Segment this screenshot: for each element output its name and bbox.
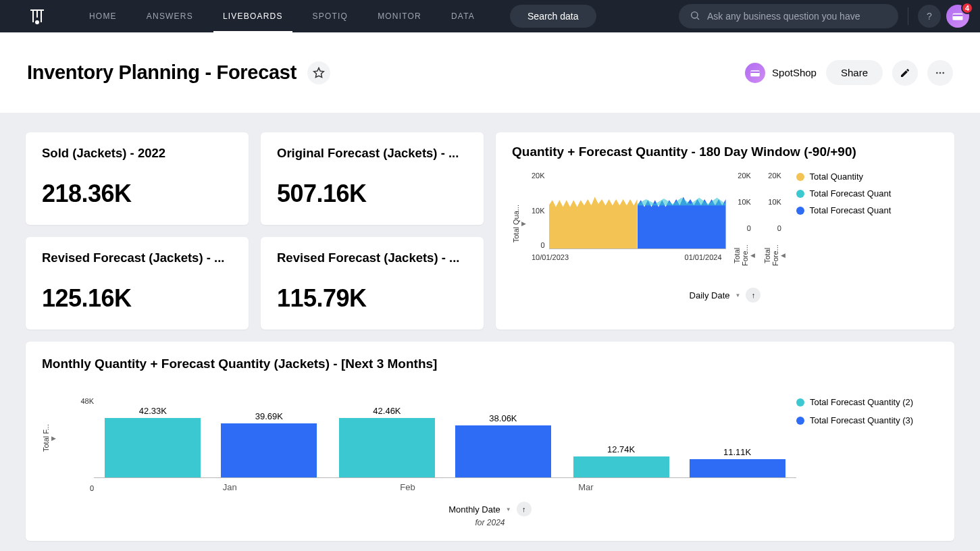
y-axis-label: Total F...	[42, 415, 50, 462]
nav-data[interactable]: DATA	[436, 0, 490, 32]
x-tick: Mar	[578, 482, 593, 492]
bar-group: 42.46K38.06K	[328, 418, 563, 477]
collapse-left-icon[interactable]: ▶	[50, 435, 57, 442]
ask-ai-field[interactable]	[707, 11, 887, 22]
share-button[interactable]: Share	[826, 60, 883, 85]
y-ticks: 48K 0	[57, 384, 94, 492]
chart-card-monthly[interactable]: Monthly Quantity + Forecast Quantity (Ja…	[26, 342, 954, 541]
sort-asc-button[interactable]: ↑	[517, 502, 532, 517]
nav-liveboards[interactable]: LIVEBOARDS	[208, 0, 298, 32]
bar-chart: 42.33K39.69K42.46K38.06K12.74K11.11K	[94, 397, 796, 478]
svg-rect-3	[750, 70, 760, 76]
svg-point-6	[942, 72, 944, 74]
collapse-icon[interactable]: ◀	[749, 252, 756, 259]
owner-avatar-icon	[745, 63, 765, 83]
kpi-value: 218.36K	[42, 180, 232, 208]
bar: 11.11K	[690, 459, 785, 477]
nav-monitor[interactable]: MONITOR	[363, 0, 436, 32]
pencil-icon	[900, 68, 910, 78]
legend-item[interactable]: Total Forecast Quantity (2)	[796, 397, 938, 407]
legend-item[interactable]: Total Forecast Quant	[796, 205, 892, 215]
divider	[908, 7, 908, 25]
svg-point-4	[936, 72, 938, 74]
app-logo[interactable]	[27, 6, 47, 26]
kpi-card[interactable]: Revised Forecast (Jackets) - ... 115.79K	[261, 237, 484, 330]
y-axis-label: Total Qua...	[512, 202, 520, 245]
kpi-title: Sold (Jackets) - 2022	[42, 146, 232, 161]
chart-title: Monthly Quantity + Forecast Quantity (Ja…	[42, 357, 938, 371]
more-icon	[935, 68, 946, 78]
x-axis-label: Monthly Date	[448, 504, 500, 515]
sort-asc-button[interactable]: ↑	[746, 288, 760, 303]
svg-point-0	[36, 21, 38, 24]
nav-answers[interactable]: ANSWERS	[132, 0, 208, 32]
legend: Total Forecast Quantity (2)Total Forecas…	[796, 384, 938, 492]
bar-group: 12.74K11.11K	[562, 456, 796, 477]
board: Sold (Jackets) - 2022 218.36K Revised Fo…	[0, 113, 980, 551]
legend-item[interactable]: Total Quantity	[796, 172, 892, 182]
favorite-button[interactable]	[307, 61, 330, 84]
x-axis-label: Daily Date	[690, 290, 730, 300]
kpi-value: 115.79K	[277, 284, 467, 313]
x-axis-sublabel: for 2024	[475, 518, 505, 527]
bar: 38.06K	[455, 425, 551, 477]
notification-badge: 4	[961, 2, 973, 14]
area-chart	[549, 172, 726, 249]
page-title: Inventory Planning - Forecast	[27, 61, 296, 84]
legend-item[interactable]: Total Forecast Quantity (3)	[796, 415, 938, 425]
svg-point-5	[939, 72, 942, 74]
chart-card-180day[interactable]: Quantity + Forecast Quantity - 180 Day W…	[496, 132, 954, 330]
bar: 12.74K	[573, 456, 669, 477]
kpi-card[interactable]: Sold (Jackets) - 2022 218.36K	[26, 132, 249, 225]
collapse-icon[interactable]: ◀	[779, 252, 787, 259]
x-tick: Feb	[400, 482, 415, 492]
bar: 42.46K	[339, 418, 435, 477]
bar: 42.33K	[105, 418, 201, 477]
chart-title: Quantity + Forecast Quantity - 180 Day W…	[512, 145, 938, 159]
owner-chip[interactable]: SpotShop	[745, 63, 817, 83]
ask-ai-input[interactable]	[679, 4, 898, 28]
svg-rect-2	[953, 14, 963, 20]
owner-name: SpotShop	[772, 67, 817, 78]
kpi-card[interactable]: Revised Forecast (Jackets) - ... 125.16K	[26, 237, 249, 330]
kpi-value: 125.16K	[42, 284, 232, 313]
kpi-title: Revised Forecast (Jackets) - ...	[277, 251, 467, 265]
more-button[interactable]	[927, 60, 953, 86]
search-icon	[690, 10, 700, 23]
collapse-left-icon[interactable]: ▶	[520, 220, 527, 227]
help-button[interactable]: ?	[918, 5, 941, 28]
kpi-title: Original Forecast (Jackets) - ...	[277, 146, 467, 161]
kpi-card[interactable]: Original Forecast (Jackets) - ... 507.16…	[261, 132, 484, 225]
user-menu[interactable]: 4	[946, 5, 969, 28]
top-nav: HOMEANSWERSLIVEBOARDSSPOTIQMONITORDATA S…	[0, 0, 980, 32]
bar-group: 42.33K39.69K	[94, 418, 328, 477]
y-axis-2: 20K10K0 Total Fore... ◀	[733, 172, 756, 276]
star-icon	[313, 67, 325, 79]
x-ticks: JanFebMar	[141, 482, 675, 492]
y-axis-3: 20K10K0 Total Fore... ◀	[763, 172, 787, 276]
kpi-title: Revised Forecast (Jackets) - ...	[42, 251, 232, 265]
chevron-down-icon[interactable]: ▼	[734, 292, 742, 298]
nav-spotiq[interactable]: SPOTIQ	[298, 0, 363, 32]
nav-home[interactable]: HOME	[74, 0, 132, 32]
legend: Total QuantityTotal Forecast QuantTotal …	[796, 172, 892, 276]
x-tick: Jan	[223, 482, 237, 492]
legend-item[interactable]: Total Forecast Quant	[796, 188, 892, 199]
svg-point-1	[692, 11, 698, 18]
x-ticks: 10/01/202301/01/2024	[527, 253, 726, 261]
bar: 39.69K	[221, 423, 317, 477]
chevron-down-icon[interactable]: ▼	[505, 506, 513, 513]
edit-button[interactable]	[892, 60, 918, 86]
title-bar: Inventory Planning - Forecast SpotShop S…	[0, 32, 980, 113]
kpi-value: 507.16K	[277, 180, 467, 208]
y-ticks: 20K10K0	[527, 172, 549, 249]
search-data-button[interactable]: Search data	[510, 5, 596, 28]
